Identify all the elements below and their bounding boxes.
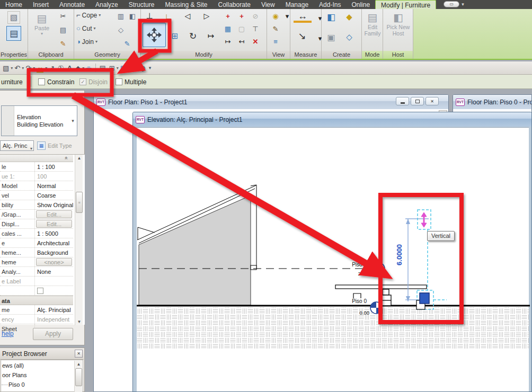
measure-along-element-icon[interactable]: ↘ [296, 30, 308, 42]
level0-elevation[interactable]: 0.00 [360, 310, 370, 316]
properties-help-link[interactable]: help [2, 330, 14, 337]
tree-item-piso0[interactable]: Piso 0 [8, 381, 25, 388]
level-head-piso1[interactable] [373, 263, 385, 274]
split-face-icon[interactable]: ◇ [114, 24, 127, 35]
tab-analyze[interactable]: Analyze [90, 0, 123, 9]
disjoin-checkbox[interactable]: ✓ [79, 78, 86, 85]
scrollbar-thumb[interactable] [75, 368, 82, 386]
property-value[interactable]: 1 : 5000 [35, 229, 73, 238]
table-element[interactable] [335, 285, 427, 289]
modify-select-icon[interactable]: ▧ [7, 11, 20, 24]
align-icon[interactable]: ⊥ [143, 10, 156, 22]
wall-joins-icon[interactable]: ◧ [126, 10, 139, 22]
vertical-move-handle[interactable] [421, 212, 427, 227]
ribbon-minimize-button[interactable]: ▭ [444, 1, 459, 7]
create-group-icon[interactable]: ◆ [343, 11, 356, 23]
close-hidden-icon[interactable]: ▤ [100, 64, 106, 72]
project-browser-scrollbar[interactable]: ▲ [74, 361, 82, 392]
building-silhouette[interactable] [139, 195, 251, 305]
view-marker-icon[interactable]: ◆ [75, 64, 81, 72]
scroll-up-icon[interactable]: ▲ [75, 155, 83, 162]
edit-type-icon[interactable]: ▦ [37, 141, 46, 150]
edit-button[interactable]: Edit... [36, 220, 72, 228]
property-grid-scrollbar[interactable]: ▲ ≡ ▼ [75, 155, 83, 325]
restore-button[interactable] [411, 97, 424, 105]
mirror-draw-axis-icon[interactable]: ▷ [200, 10, 213, 22]
section-icon[interactable]: ⌯ [86, 64, 91, 72]
beam-coping-icon[interactable]: ▥ [114, 10, 127, 22]
property-value[interactable]: Architectural [35, 238, 73, 247]
tree-item-floor-plans[interactable]: oor Plans [2, 372, 26, 378]
furniture-outline[interactable] [380, 289, 391, 306]
elevation-title-bar[interactable]: RVT Elevation: Alç. Principal - Project1 [133, 112, 531, 127]
minimize-button[interactable] [396, 97, 409, 105]
collapse-chevron-icon[interactable]: » [64, 157, 69, 160]
tab-massing-site[interactable]: Massing & Site [159, 0, 212, 9]
property-value[interactable]: Normal [35, 181, 73, 190]
properties-palette-button[interactable]: ▤ [6, 26, 21, 41]
render-icon[interactable]: ◍ [139, 64, 145, 72]
hidden-lines-icon[interactable]: ≡ [269, 35, 282, 47]
paint-icon[interactable]: ✎ [121, 38, 134, 49]
split-element-icon[interactable]: + [221, 10, 234, 22]
pick-new-host-button[interactable]: ◧ Pick New Host [385, 11, 412, 37]
paste-button[interactable]: ▤ Paste ▾ [31, 12, 52, 36]
tab-modify-furniture[interactable]: Modify | Furniture [375, 0, 436, 9]
property-value[interactable] [35, 277, 73, 286]
tab-collaborate[interactable]: Collaborate [213, 0, 256, 9]
lightbulb-icon[interactable]: ◉ [269, 10, 282, 22]
tab-annotate[interactable]: Annotate [54, 0, 90, 9]
move-button[interactable] [143, 23, 166, 47]
offset-icon[interactable]: ∟ [162, 10, 175, 22]
switch-windows-icon[interactable]: ⊞ [109, 64, 115, 72]
tree-item-views[interactable]: ews (all) [2, 362, 24, 369]
sun-path-checkbox[interactable] [37, 288, 43, 294]
level1-elevation[interactable]: 2.80 [358, 271, 368, 277]
none-button[interactable]: <none> [36, 258, 72, 266]
multiple-checkbox[interactable] [116, 78, 122, 85]
redo-icon[interactable]: ↷ [25, 64, 31, 72]
copy-icon[interactable]: ⊞ [169, 30, 181, 42]
create-similar-icon[interactable]: ◧ [325, 11, 338, 23]
mirror-pick-axis-icon[interactable]: ◁ [181, 10, 194, 22]
detail-line-icon[interactable]: ↗ [49, 64, 55, 72]
type-selector-caret-icon[interactable]: ▾ [69, 106, 77, 136]
property-value[interactable]: Show Original [35, 200, 73, 209]
linework-brush-icon[interactable]: ✎ [269, 23, 282, 34]
scrollbar-thumb[interactable]: ≡ [76, 192, 83, 213]
identity-data-header[interactable]: ata» [0, 296, 73, 305]
edit-type-label[interactable]: Edit Type [48, 142, 72, 149]
scroll-up-icon[interactable]: ▲ [75, 361, 83, 368]
cut-geometry-button[interactable]: ○ Cut ▾ [76, 24, 96, 32]
close-button[interactable]: ✕ [425, 97, 439, 105]
apply-button[interactable]: Apply [33, 328, 73, 340]
measure-between-refs-icon[interactable]: ↔ [294, 11, 312, 23]
furniture-selected[interactable] [420, 293, 429, 304]
join-geometry-button[interactable]: ◑ Join ▾ [76, 38, 97, 46]
user-interface-icon[interactable]: ▥ [130, 64, 136, 72]
split-with-gap-icon[interactable]: + [235, 10, 248, 22]
trim-extend-corner-icon[interactable]: ↦ [205, 30, 217, 42]
type-selector[interactable]: Elevation Building Elevation ▾ [1, 105, 77, 136]
property-value[interactable]: Alç. Principal [35, 305, 73, 314]
property-value[interactable]: 100 [35, 172, 73, 181]
tab-view[interactable]: View [256, 0, 280, 9]
create-parts-icon[interactable]: ◇ [343, 31, 356, 43]
tab-manage[interactable]: Manage [280, 0, 314, 9]
ribbon-minimize-caret-icon[interactable]: ▾ [462, 2, 464, 9]
tag-icon[interactable]: ① [58, 64, 64, 72]
project-browser-header[interactable]: Project Browser [0, 348, 84, 360]
edit-family-button[interactable]: ▤ Edit Family [362, 11, 383, 37]
property-value[interactable]: None [35, 267, 73, 276]
project-browser-close-icon[interactable]: ✕ [75, 350, 83, 358]
copy-to-clipboard-icon[interactable]: ▤ [57, 24, 69, 35]
piso1-title-bar[interactable]: RVT Floor Plan: Piso 1 - Project1 [94, 95, 448, 109]
pin-icon[interactable]: ⊤ [249, 23, 262, 34]
level0-name[interactable]: Piso 0 [352, 298, 367, 304]
delete-icon[interactable]: ✕ [249, 35, 262, 47]
scale-icon[interactable]: ▢ [235, 23, 248, 34]
rotate-icon[interactable]: ↻ [187, 30, 199, 42]
unpin-icon[interactable]: ⊘ [249, 10, 262, 22]
default-3d-view-icon[interactable]: ▧ [3, 64, 9, 72]
piso0-title-bar[interactable]: RVT Floor Plan: Piso 0 - Proj [453, 95, 531, 109]
